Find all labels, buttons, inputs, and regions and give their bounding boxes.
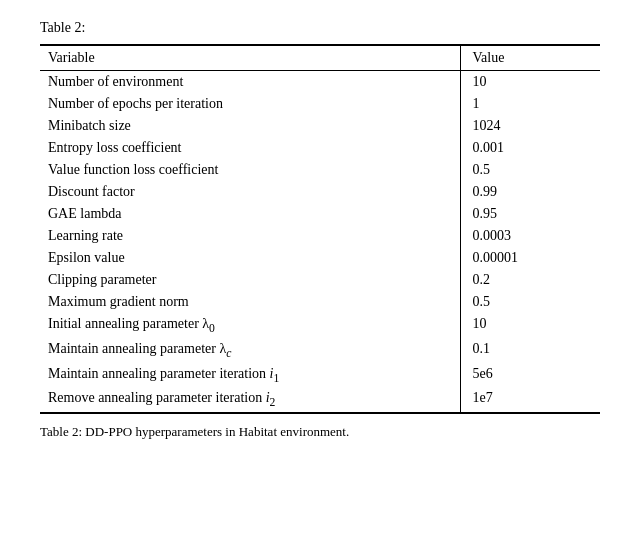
cell-value: 10 bbox=[460, 313, 600, 338]
table-caption: Table 2: DD-PPO hyperparameters in Habit… bbox=[40, 424, 600, 440]
cell-value: 0.5 bbox=[460, 159, 600, 181]
cell-variable: Epsilon value bbox=[40, 247, 460, 269]
table-row: Remove annealing parameter iteration i21… bbox=[40, 387, 600, 413]
cell-value: 5e6 bbox=[460, 363, 600, 388]
main-table-container: Variable Value Number of environment10Nu… bbox=[40, 44, 600, 414]
cell-variable: Remove annealing parameter iteration i2 bbox=[40, 387, 460, 413]
cell-value: 1e7 bbox=[460, 387, 600, 413]
cell-variable: Number of environment bbox=[40, 71, 460, 94]
cell-variable: Learning rate bbox=[40, 225, 460, 247]
table-row: Entropy loss coefficient0.001 bbox=[40, 137, 600, 159]
cell-variable: Value function loss coefficient bbox=[40, 159, 460, 181]
table-row: Discount factor0.99 bbox=[40, 181, 600, 203]
table-row: Initial annealing parameter λ010 bbox=[40, 313, 600, 338]
cell-value: 10 bbox=[460, 71, 600, 94]
table-row: GAE lambda0.95 bbox=[40, 203, 600, 225]
cell-value: 0.001 bbox=[460, 137, 600, 159]
cell-variable: Maintain annealing parameter iteration i… bbox=[40, 363, 460, 388]
cell-value: 0.1 bbox=[460, 338, 600, 363]
table-row: Maximum gradient norm0.5 bbox=[40, 291, 600, 313]
cell-variable: Minibatch size bbox=[40, 115, 460, 137]
table-label: Table 2: bbox=[40, 20, 600, 36]
cell-value: 1 bbox=[460, 93, 600, 115]
cell-value: 0.0003 bbox=[460, 225, 600, 247]
cell-variable: Discount factor bbox=[40, 181, 460, 203]
header-variable: Variable bbox=[40, 45, 460, 71]
table-row: Maintain annealing parameter λc0.1 bbox=[40, 338, 600, 363]
table-row: Value function loss coefficient0.5 bbox=[40, 159, 600, 181]
cell-variable: Maximum gradient norm bbox=[40, 291, 460, 313]
cell-value: 0.99 bbox=[460, 181, 600, 203]
parameters-table: Variable Value Number of environment10Nu… bbox=[40, 44, 600, 414]
table-row: Maintain annealing parameter iteration i… bbox=[40, 363, 600, 388]
header-value: Value bbox=[460, 45, 600, 71]
table-row: Number of environment10 bbox=[40, 71, 600, 94]
cell-variable: GAE lambda bbox=[40, 203, 460, 225]
cell-variable: Maintain annealing parameter λc bbox=[40, 338, 460, 363]
cell-value: 0.2 bbox=[460, 269, 600, 291]
cell-variable: Entropy loss coefficient bbox=[40, 137, 460, 159]
table-row: Clipping parameter0.2 bbox=[40, 269, 600, 291]
cell-value: 1024 bbox=[460, 115, 600, 137]
cell-value: 0.95 bbox=[460, 203, 600, 225]
cell-variable: Number of epochs per iteration bbox=[40, 93, 460, 115]
table-row: Minibatch size1024 bbox=[40, 115, 600, 137]
table-row: Number of epochs per iteration1 bbox=[40, 93, 600, 115]
table-header-row: Variable Value bbox=[40, 45, 600, 71]
cell-variable: Initial annealing parameter λ0 bbox=[40, 313, 460, 338]
cell-variable: Clipping parameter bbox=[40, 269, 460, 291]
cell-value: 0.00001 bbox=[460, 247, 600, 269]
cell-value: 0.5 bbox=[460, 291, 600, 313]
table-row: Epsilon value0.00001 bbox=[40, 247, 600, 269]
table-row: Learning rate0.0003 bbox=[40, 225, 600, 247]
